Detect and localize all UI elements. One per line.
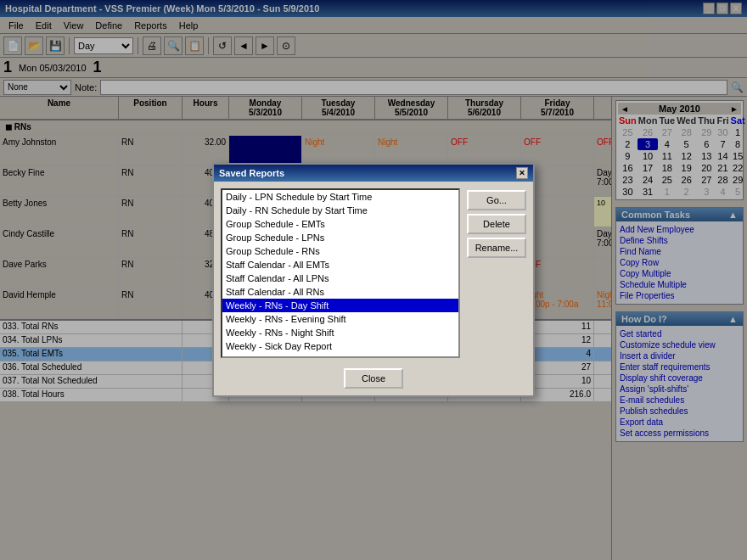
delete-button[interactable]: Delete xyxy=(467,214,526,234)
report-list: Daily - LPN Schedule by Start TimeDaily … xyxy=(221,188,460,358)
rename-button[interactable]: Rename... xyxy=(467,238,526,258)
modal-buttons: Go... Delete Rename... xyxy=(467,188,526,358)
list-item[interactable]: Group Schedule - RNs xyxy=(222,244,458,258)
list-item[interactable]: Weekly - RNs - Day Shift xyxy=(222,299,458,312)
list-item[interactable]: Weekly - RNs - Night Shift xyxy=(222,326,458,339)
modal-title-bar: Saved Reports ✕ xyxy=(214,165,533,182)
modal-title: Saved Reports xyxy=(219,168,284,178)
close-button[interactable]: Close xyxy=(344,368,403,389)
modal-footer: Close xyxy=(214,365,533,395)
saved-reports-modal: Saved Reports ✕ Daily - LPN Schedule by … xyxy=(212,163,535,397)
go-button[interactable]: Go... xyxy=(467,190,526,210)
list-item[interactable]: Daily - RN Schedule by Start Time xyxy=(222,204,458,217)
list-item[interactable]: Weekly - Vacation Report xyxy=(222,353,458,358)
list-item[interactable]: Weekly - RNs - Evening Shift xyxy=(222,312,458,326)
list-item[interactable]: Staff Calendar - All LPNs xyxy=(222,272,458,285)
list-item[interactable]: Group Schedule - LPNs xyxy=(222,231,458,244)
modal-close-button[interactable]: ✕ xyxy=(516,167,528,179)
list-item[interactable]: Staff Calendar - All RNs xyxy=(222,285,458,299)
modal-body: Daily - LPN Schedule by Start TimeDaily … xyxy=(214,182,533,365)
list-item[interactable]: Staff Calendar - All EMTs xyxy=(222,258,458,272)
list-item[interactable]: Daily - LPN Schedule by Start Time xyxy=(222,190,458,204)
list-item[interactable]: Weekly - Sick Day Report xyxy=(222,339,458,353)
modal-overlay[interactable]: Saved Reports ✕ Daily - LPN Schedule by … xyxy=(0,0,747,560)
list-item[interactable]: Group Schedule - EMTs xyxy=(222,217,458,231)
